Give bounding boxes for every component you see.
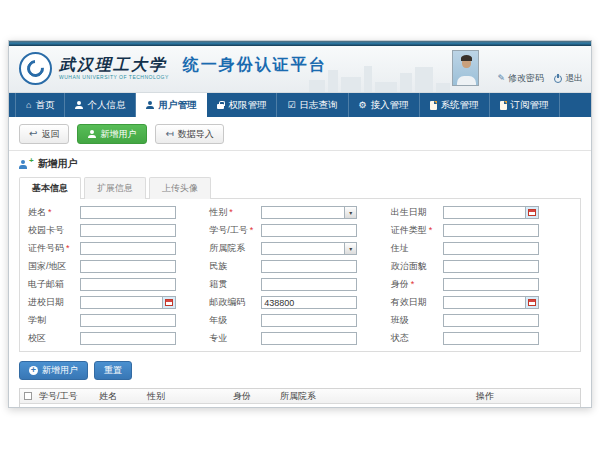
nav-tab-label: 用户管理 [158, 99, 196, 112]
change-password-link[interactable]: ✎修改密码 [497, 72, 544, 85]
id-number-input[interactable] [81, 243, 175, 254]
student-id-input[interactable] [262, 225, 356, 236]
department-select[interactable] [262, 243, 344, 254]
col-department: 所属院系 [277, 390, 473, 403]
native-place-input[interactable] [262, 279, 356, 290]
home-icon: ⌂ [26, 101, 31, 110]
gender-select[interactable] [262, 207, 344, 218]
form-actions: 新增用户 重置 [19, 361, 581, 380]
field-label: 民族 [209, 260, 227, 273]
required-asterisk: * [411, 280, 415, 289]
name-input[interactable] [81, 207, 175, 218]
user-avatar[interactable] [452, 50, 479, 86]
field-label: 校园卡号 [28, 224, 64, 237]
nav-tab-label: 系统管理 [441, 99, 479, 112]
field-label: 所属院系 [209, 242, 245, 255]
nav-tab-label: 个人信息 [87, 99, 125, 112]
field-label: 国家/地区 [28, 260, 67, 273]
field-label: 政治面貌 [391, 260, 427, 273]
back-button[interactable]: ↩返回 [19, 124, 69, 144]
enrollment-date-input[interactable] [81, 297, 162, 308]
submit-add-user-button[interactable]: 新增用户 [19, 361, 88, 380]
field-label: 有效日期 [391, 296, 427, 309]
email-input[interactable] [81, 279, 175, 290]
identity-input[interactable] [444, 279, 538, 290]
field-label: 学号/工号 [209, 224, 248, 237]
back-label: 返回 [41, 128, 59, 141]
app-window: 武汉理工大学 WUHAN UNIVERSITY OF TECHNOLOGY 统一… [8, 40, 592, 408]
calendar-icon[interactable] [525, 297, 538, 308]
tab-basic-info[interactable]: 基本信息 [19, 177, 81, 199]
required-asterisk: * [429, 226, 433, 235]
grade-input[interactable] [262, 315, 356, 326]
country-region-input[interactable] [81, 261, 175, 272]
form-field-grade: 年级 [209, 314, 390, 327]
nav-tab-subscription-management[interactable]: 订阅管理 [490, 93, 560, 117]
nav-tab-system-management[interactable]: 系统管理 [420, 93, 490, 117]
reset-label: 重置 [104, 364, 122, 377]
ethnicity-input[interactable] [262, 261, 356, 272]
campus-input[interactable] [81, 333, 175, 344]
form-field-identity: 身份* [391, 278, 572, 291]
nav-tab-label: 订阅管理 [511, 99, 549, 112]
required-asterisk: * [66, 244, 70, 253]
nav-tab-user-management[interactable]: 用户管理 [136, 93, 207, 117]
postal-code-input[interactable] [262, 297, 356, 308]
tab-extended-info[interactable]: 扩展信息 [84, 177, 146, 199]
status-input[interactable] [444, 333, 538, 344]
major-input[interactable] [262, 333, 356, 344]
form-field-birth-date: 出生日期 [391, 206, 572, 219]
class-input[interactable] [444, 315, 538, 326]
nav-tab-home[interactable]: ⌂首页 [15, 93, 65, 117]
form-field-enrollment-date: 进校日期 [28, 296, 209, 309]
checkbox-icon: ☑ [287, 101, 295, 110]
calendar-icon[interactable] [525, 207, 538, 218]
tab-upload-avatar[interactable]: 上传头像 [149, 177, 211, 199]
nav-tab-access-management[interactable]: ⚙接入管理 [349, 93, 420, 117]
campus-card-input[interactable] [81, 225, 175, 236]
nav-tab-log-query[interactable]: ☑日志查询 [277, 93, 348, 117]
field-label: 校区 [28, 332, 46, 345]
toolbar: ↩返回 新增用户 ↤数据导入 [9, 117, 591, 151]
user-table: 学号/工号 姓名 性别 身份 所属院系 操作 [19, 388, 581, 407]
field-label: 身份 [391, 278, 409, 291]
user-add-icon [88, 130, 96, 138]
chevron-down-icon[interactable]: ▾ [344, 243, 356, 254]
form-field-postal-code: 邮政编码 [209, 296, 390, 309]
valid-date-input[interactable] [444, 297, 525, 308]
field-label: 籍贯 [209, 278, 227, 291]
birth-date-input[interactable] [444, 207, 525, 218]
form-field-email: 电子邮箱 [28, 278, 209, 291]
add-user-button[interactable]: 新增用户 [77, 124, 147, 144]
address-input[interactable] [444, 243, 538, 254]
calendar-icon[interactable] [162, 297, 175, 308]
id-type-input[interactable] [444, 225, 538, 236]
form-field-country-region: 国家/地区 [28, 260, 209, 273]
col-gender: 性别 [144, 390, 230, 403]
document-icon [500, 101, 507, 110]
chevron-down-icon[interactable]: ▾ [344, 207, 356, 218]
form-field-ethnicity: 民族 [209, 260, 390, 273]
political-status-input[interactable] [444, 261, 538, 272]
site-header: 武汉理工大学 WUHAN UNIVERSITY OF TECHNOLOGY 统一… [9, 46, 591, 93]
table-empty-row [20, 404, 580, 407]
lock-icon [217, 104, 224, 109]
logout-link[interactable]: 退出 [554, 72, 583, 85]
reset-button[interactable]: 重置 [94, 361, 132, 380]
platform-title: 统一身份认证平台 [183, 55, 327, 82]
nav-tab-personal-info[interactable]: 个人信息 [65, 93, 136, 117]
col-student-id: 学号/工号 [36, 390, 96, 403]
field-label: 性别 [209, 206, 227, 219]
nav-tab-label: 权限管理 [228, 99, 266, 112]
user-add-icon [19, 160, 28, 169]
nav-tab-permission-management[interactable]: 权限管理 [207, 93, 277, 117]
nav-tab-label: 接入管理 [371, 99, 409, 112]
schooling-length-input[interactable] [81, 315, 175, 326]
select-all-checkbox[interactable] [24, 392, 32, 400]
form-field-address: 住址 [391, 242, 572, 255]
col-name: 姓名 [96, 390, 144, 403]
form-field-valid-date: 有效日期 [391, 296, 572, 309]
col-operations: 操作 [473, 390, 580, 403]
basic-info-form: 姓名* 性别*▾ 出生日期 校园卡号 学号/工号* 证件类型* 证件号码* 所属… [19, 198, 581, 352]
data-import-button[interactable]: ↤数据导入 [155, 124, 223, 144]
